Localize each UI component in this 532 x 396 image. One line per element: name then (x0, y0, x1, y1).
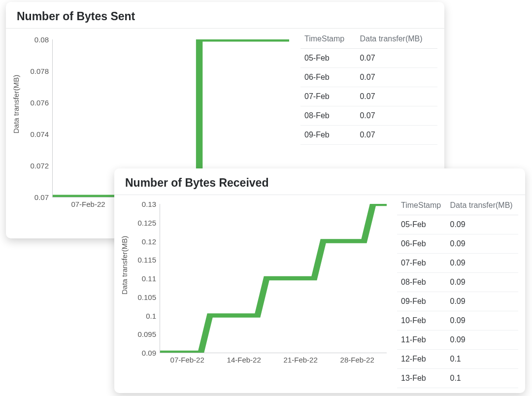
table-row: 08-Feb0.07 (300, 106, 437, 126)
divider (114, 195, 525, 195)
y-tick: 0.076 (30, 99, 53, 107)
x-tick: 28-Feb-22 (340, 353, 374, 364)
table-row: 05-Feb0.07 (300, 49, 437, 68)
y-tick: 0.13 (142, 200, 160, 208)
y-tick: 0.105 (137, 293, 160, 301)
divider (6, 28, 444, 29)
y-axis-label: Data transfer(MB) (120, 236, 129, 295)
y-tick: 0.08 (34, 35, 53, 44)
table-row: 07-Feb0.09 (397, 254, 518, 273)
y-tick: 0.072 (30, 162, 53, 170)
y-tick: 0.115 (137, 256, 160, 264)
x-tick: 07-Feb-22 (71, 197, 105, 208)
y-tick: 0.095 (137, 330, 160, 338)
table-row: 13-Feb0.1 (397, 369, 518, 388)
y-tick: 0.09 (142, 349, 160, 357)
plot-area: 0.09 0.095 0.1 0.105 0.11 0.115 0.12 0.1… (160, 204, 387, 353)
col-transfer: Data transfer(MB) (446, 198, 518, 215)
table-row: 10-Feb0.09 (397, 311, 518, 330)
data-table-received: TimeStamp Data transfer(MB) 05-Feb0.09 0… (391, 197, 518, 388)
y-tick: 0.12 (142, 237, 160, 245)
y-axis-label: Data transfer(MB) (12, 75, 20, 133)
x-tick: 07-Feb-22 (170, 353, 204, 364)
y-tick: 0.07 (34, 193, 53, 201)
card-title: Number of Bytes Sent (6, 2, 444, 28)
y-tick: 0.074 (30, 130, 53, 138)
y-tick: 0.11 (142, 274, 160, 283)
chart-bytes-received: Data transfer(MB) 0.09 0.095 0.1 0.105 0… (117, 197, 391, 374)
table-row: 08-Feb0.09 (397, 273, 518, 292)
y-tick: 0.1 (146, 311, 160, 320)
card-bytes-received: Number of Bytes Received Data transfer(M… (114, 168, 525, 393)
card-title: Number of Bytes Received (114, 168, 525, 195)
y-tick: 0.125 (137, 218, 160, 227)
table-row: 06-Feb0.09 (397, 234, 518, 254)
x-tick: 21-Feb-22 (284, 353, 318, 364)
line-series (160, 204, 387, 353)
x-tick: 14-Feb-22 (227, 353, 261, 364)
table-row: 06-Feb0.07 (300, 68, 437, 87)
table-row: 11-Feb0.09 (397, 330, 518, 350)
table-row: 09-Feb0.07 (300, 126, 437, 145)
table-row: 09-Feb0.09 (397, 292, 518, 311)
col-transfer: Data transfer(MB) (356, 32, 437, 49)
col-timestamp: TimeStamp (397, 198, 446, 215)
table-row: 12-Feb0.1 (397, 350, 518, 369)
table-row: 07-Feb0.07 (300, 87, 437, 106)
col-timestamp: TimeStamp (300, 32, 356, 49)
table-row: 05-Feb0.09 (397, 215, 518, 234)
y-tick: 0.078 (30, 67, 53, 75)
card-body: Data transfer(MB) 0.09 0.095 0.1 0.105 0… (114, 197, 525, 390)
